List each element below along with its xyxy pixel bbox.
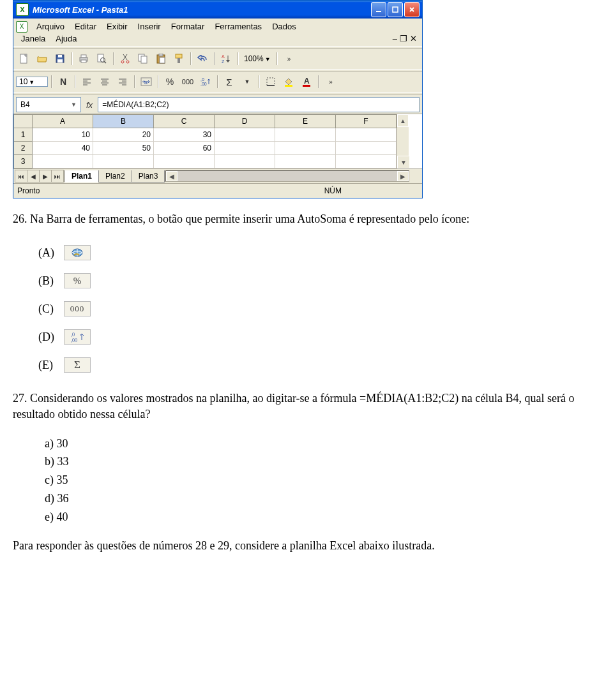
col-header-C[interactable]: C	[154, 115, 215, 128]
row-header-2[interactable]: 2	[14, 142, 33, 155]
vertical-scrollbar[interactable]: ▲ ▼	[397, 114, 409, 168]
cell[interactable]	[154, 155, 215, 168]
menu-ferramentas[interactable]: Ferramentas	[209, 20, 267, 33]
save-icon[interactable]	[52, 51, 68, 66]
scroll-left-icon[interactable]: ◀	[166, 171, 178, 181]
cut-icon[interactable]	[117, 51, 133, 66]
autosum-icon[interactable]: Σ	[221, 74, 238, 89]
horizontal-scrollbar[interactable]: ◀ ▶	[165, 170, 409, 182]
tab-prev-icon[interactable]: ◀	[27, 170, 40, 182]
dropdown-arrow-icon[interactable]: ▼	[239, 74, 255, 89]
tab-next-icon[interactable]: ▶	[39, 170, 52, 182]
col-header-D[interactable]: D	[215, 115, 275, 128]
row-header-1[interactable]: 1	[14, 128, 33, 142]
menu-dados[interactable]: Dados	[267, 20, 301, 33]
borders-icon[interactable]	[262, 74, 279, 89]
cell[interactable]: 20	[93, 128, 154, 142]
scroll-down-icon[interactable]: ▼	[397, 156, 410, 168]
col-header-A[interactable]: A	[33, 115, 93, 128]
undo-icon[interactable]	[194, 51, 211, 66]
cell[interactable]: 40	[33, 142, 93, 155]
print-preview-icon[interactable]	[93, 51, 110, 66]
status-ready: Pronto	[17, 186, 40, 195]
copy-icon[interactable]	[135, 51, 151, 66]
svg-rect-7	[57, 59, 63, 63]
col-header-B[interactable]: B	[93, 115, 154, 128]
cell[interactable]	[336, 128, 397, 142]
format-toolbar: 10▼ N a % 000 ,0,00 Σ ▼ A »	[13, 73, 422, 91]
bold-button[interactable]: N	[55, 74, 72, 89]
svg-text:,0: ,0	[71, 332, 75, 338]
format-painter-icon[interactable]	[170, 51, 187, 66]
font-size-combo[interactable]: 10▼	[16, 77, 48, 87]
cell[interactable]: 30	[154, 128, 215, 142]
thousands-icon[interactable]: 000	[179, 74, 196, 89]
menu-arquivo[interactable]: Arquivo	[31, 20, 70, 33]
cell[interactable]: 50	[93, 142, 154, 155]
paste-icon[interactable]	[153, 51, 169, 66]
tab-first-icon[interactable]: ⏮	[15, 170, 27, 182]
cell[interactable]	[336, 155, 397, 168]
cell[interactable]	[275, 128, 336, 142]
select-all-corner[interactable]	[14, 115, 33, 128]
name-box[interactable]: B4▼	[16, 97, 81, 112]
row-header-3[interactable]: 3	[14, 155, 33, 168]
scroll-up-icon[interactable]: ▲	[397, 114, 409, 127]
option-E-sigma-icon: Σ	[64, 357, 91, 373]
menu-editar[interactable]: Editar	[70, 20, 102, 33]
maximize-button[interactable]	[388, 2, 403, 17]
cell[interactable]	[215, 128, 275, 142]
fill-color-icon[interactable]	[280, 74, 297, 89]
cell[interactable]	[93, 155, 154, 168]
close-button[interactable]	[404, 2, 420, 17]
minimize-button[interactable]	[371, 2, 386, 17]
menu-ajuda[interactable]: Ajuda	[50, 33, 82, 45]
sheet-tab-plan2[interactable]: Plan2	[98, 170, 132, 182]
doc-restore-icon[interactable]: ❐	[400, 34, 407, 43]
cell[interactable]	[215, 155, 275, 168]
align-center-icon[interactable]	[96, 74, 113, 89]
svg-rect-24	[178, 58, 180, 63]
align-left-icon[interactable]	[79, 74, 95, 89]
toolbar-overflow-icon[interactable]: »	[280, 51, 297, 66]
merge-center-icon[interactable]: a	[138, 74, 155, 89]
doc-close-icon[interactable]: ✕	[410, 34, 417, 43]
doc-minimize-icon[interactable]: –	[393, 34, 397, 43]
sheet-tab-plan1[interactable]: Plan1	[64, 170, 99, 182]
formula-input[interactable]: =MÉDIA(A1:B2;C2)	[98, 97, 420, 112]
cell[interactable]: 10	[33, 128, 93, 142]
new-file-icon[interactable]	[16, 51, 33, 66]
cell[interactable]	[336, 142, 397, 155]
menu-formatar[interactable]: Formatar	[166, 20, 210, 33]
font-color-icon[interactable]: A	[298, 74, 315, 89]
align-right-icon[interactable]	[114, 74, 131, 89]
menu-janela[interactable]: Janela	[16, 33, 50, 45]
zoom-combo[interactable]: 100%▼	[241, 54, 273, 63]
cell[interactable]	[33, 155, 93, 168]
menu-inserir[interactable]: Inserir	[133, 20, 166, 33]
svg-point-16	[121, 61, 124, 63]
cell[interactable]: 60	[154, 142, 215, 155]
sort-asc-icon[interactable]: AZ	[218, 51, 234, 66]
cell[interactable]	[275, 155, 336, 168]
percent-icon[interactable]: %	[162, 74, 178, 89]
col-header-E[interactable]: E	[275, 115, 336, 128]
increase-decimal-icon[interactable]: ,0,00	[197, 74, 214, 89]
option-letter-A: (A)	[38, 246, 64, 260]
col-header-F[interactable]: F	[336, 115, 397, 128]
menu-exibir[interactable]: Exibir	[102, 20, 133, 33]
grid[interactable]: A B C D E F 1 10 20 30 2 40 50 60	[13, 114, 397, 168]
fx-button[interactable]: fx	[84, 100, 95, 110]
open-file-icon[interactable]	[34, 51, 50, 66]
tab-last-icon[interactable]: ⏭	[51, 170, 64, 182]
question-26-options: (A) (B) % (C) 000 (D) ,0,00 (E) Σ	[38, 239, 600, 379]
sheet-tab-plan3[interactable]: Plan3	[132, 170, 165, 182]
cell[interactable]	[215, 142, 275, 155]
cell[interactable]	[275, 142, 336, 155]
format-toolbar-overflow-icon[interactable]: »	[322, 74, 338, 89]
scroll-right-icon[interactable]: ▶	[397, 171, 409, 181]
svg-rect-48	[303, 85, 310, 87]
option-letter-B: (B)	[38, 274, 64, 288]
print-icon[interactable]	[75, 51, 92, 66]
svg-rect-23	[176, 54, 182, 58]
